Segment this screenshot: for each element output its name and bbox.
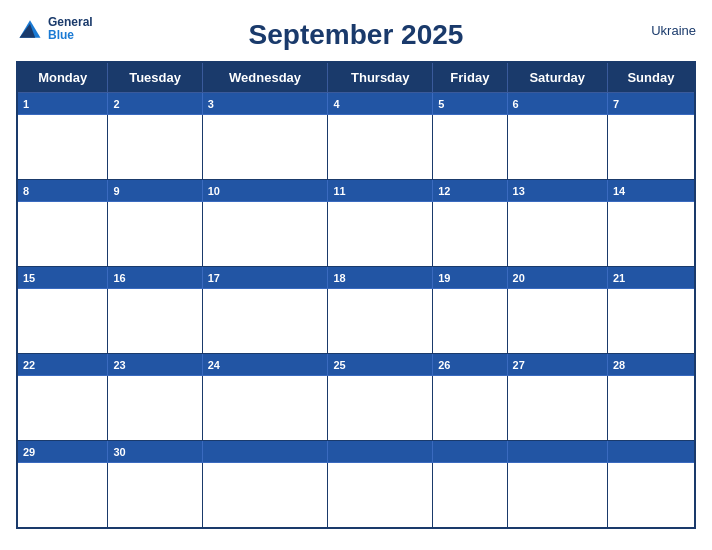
week-num-row-2: 891011121314 bbox=[17, 180, 695, 202]
day-number-w3-d4: 18 bbox=[328, 267, 433, 289]
day-number-w5-d2: 30 bbox=[108, 441, 202, 463]
day-number-w1-d7: 7 bbox=[607, 93, 695, 115]
day-number-w3-d5: 19 bbox=[433, 267, 507, 289]
day-cell-w5-d3 bbox=[202, 463, 328, 528]
day-cell-w3-d3 bbox=[202, 289, 328, 354]
country-label: Ukraine bbox=[651, 23, 696, 38]
day-cell-w1-d2 bbox=[108, 115, 202, 180]
calendar-title: September 2025 bbox=[249, 19, 464, 51]
week-content-row-5 bbox=[17, 463, 695, 528]
day-cell-w4-d3 bbox=[202, 376, 328, 441]
th-friday: Friday bbox=[433, 62, 507, 93]
calendar-header: General Blue September 2025 Ukraine bbox=[16, 15, 696, 55]
day-number-w1-d6: 6 bbox=[507, 93, 607, 115]
day-cell-w2-d1 bbox=[17, 202, 108, 267]
calendar-wrapper: General Blue September 2025 Ukraine Mond… bbox=[0, 5, 712, 545]
day-number-w1-d5: 5 bbox=[433, 93, 507, 115]
day-cell-w4-d5 bbox=[433, 376, 507, 441]
day-cell-w4-d6 bbox=[507, 376, 607, 441]
day-cell-w5-d7 bbox=[607, 463, 695, 528]
day-number-w3-d6: 20 bbox=[507, 267, 607, 289]
day-number-w4-d3: 24 bbox=[202, 354, 328, 376]
day-number-w2-d6: 13 bbox=[507, 180, 607, 202]
day-cell-w2-d5 bbox=[433, 202, 507, 267]
th-tuesday: Tuesday bbox=[108, 62, 202, 93]
day-number-w4-d6: 27 bbox=[507, 354, 607, 376]
day-number-w4-d1: 22 bbox=[17, 354, 108, 376]
th-saturday: Saturday bbox=[507, 62, 607, 93]
day-cell-w3-d2 bbox=[108, 289, 202, 354]
calendar-body: 1234567891011121314151617181920212223242… bbox=[17, 93, 695, 528]
day-cell-w1-d3 bbox=[202, 115, 328, 180]
day-number-w3-d1: 15 bbox=[17, 267, 108, 289]
day-number-w2-d5: 12 bbox=[433, 180, 507, 202]
day-number-w3-d3: 17 bbox=[202, 267, 328, 289]
th-wednesday: Wednesday bbox=[202, 62, 328, 93]
day-cell-w1-d4 bbox=[328, 115, 433, 180]
week-content-row-2 bbox=[17, 202, 695, 267]
day-number-w4-d5: 26 bbox=[433, 354, 507, 376]
day-cell-w2-d6 bbox=[507, 202, 607, 267]
day-number-w5-d4 bbox=[328, 441, 433, 463]
day-number-w3-d7: 21 bbox=[607, 267, 695, 289]
day-cell-w4-d7 bbox=[607, 376, 695, 441]
th-thursday: Thursday bbox=[328, 62, 433, 93]
day-cell-w3-d6 bbox=[507, 289, 607, 354]
week-num-row-5: 2930 bbox=[17, 441, 695, 463]
day-cell-w4-d2 bbox=[108, 376, 202, 441]
day-cell-w5-d4 bbox=[328, 463, 433, 528]
day-cell-w5-d6 bbox=[507, 463, 607, 528]
day-cell-w2-d2 bbox=[108, 202, 202, 267]
day-cell-w1-d5 bbox=[433, 115, 507, 180]
day-number-w1-d2: 2 bbox=[108, 93, 202, 115]
day-number-w5-d1: 29 bbox=[17, 441, 108, 463]
day-number-w4-d4: 25 bbox=[328, 354, 433, 376]
day-number-w2-d2: 9 bbox=[108, 180, 202, 202]
day-number-w5-d7 bbox=[607, 441, 695, 463]
th-sunday: Sunday bbox=[607, 62, 695, 93]
weekday-header-row: Monday Tuesday Wednesday Thursday Friday… bbox=[17, 62, 695, 93]
day-cell-w1-d1 bbox=[17, 115, 108, 180]
day-number-w1-d4: 4 bbox=[328, 93, 433, 115]
day-cell-w2-d3 bbox=[202, 202, 328, 267]
logo-text: General Blue bbox=[48, 16, 93, 42]
day-cell-w4-d1 bbox=[17, 376, 108, 441]
day-number-w2-d4: 11 bbox=[328, 180, 433, 202]
logo-blue-text: Blue bbox=[48, 29, 93, 42]
week-content-row-3 bbox=[17, 289, 695, 354]
logo-area: General Blue bbox=[16, 15, 93, 43]
day-number-w4-d2: 23 bbox=[108, 354, 202, 376]
week-num-row-4: 22232425262728 bbox=[17, 354, 695, 376]
day-cell-w3-d1 bbox=[17, 289, 108, 354]
week-content-row-1 bbox=[17, 115, 695, 180]
day-cell-w2-d4 bbox=[328, 202, 433, 267]
day-number-w5-d3 bbox=[202, 441, 328, 463]
logo-icon bbox=[16, 15, 44, 43]
day-number-w2-d7: 14 bbox=[607, 180, 695, 202]
day-number-w4-d7: 28 bbox=[607, 354, 695, 376]
day-number-w5-d5 bbox=[433, 441, 507, 463]
day-number-w5-d6 bbox=[507, 441, 607, 463]
day-number-w1-d3: 3 bbox=[202, 93, 328, 115]
day-cell-w4-d4 bbox=[328, 376, 433, 441]
day-number-w1-d1: 1 bbox=[17, 93, 108, 115]
day-number-w3-d2: 16 bbox=[108, 267, 202, 289]
week-num-row-1: 1234567 bbox=[17, 93, 695, 115]
day-number-w2-d1: 8 bbox=[17, 180, 108, 202]
th-monday: Monday bbox=[17, 62, 108, 93]
day-cell-w1-d6 bbox=[507, 115, 607, 180]
day-cell-w1-d7 bbox=[607, 115, 695, 180]
day-cell-w5-d2 bbox=[108, 463, 202, 528]
day-cell-w5-d1 bbox=[17, 463, 108, 528]
day-cell-w5-d5 bbox=[433, 463, 507, 528]
day-cell-w3-d5 bbox=[433, 289, 507, 354]
day-cell-w3-d7 bbox=[607, 289, 695, 354]
week-content-row-4 bbox=[17, 376, 695, 441]
day-number-w2-d3: 10 bbox=[202, 180, 328, 202]
day-cell-w2-d7 bbox=[607, 202, 695, 267]
day-cell-w3-d4 bbox=[328, 289, 433, 354]
calendar-grid: Monday Tuesday Wednesday Thursday Friday… bbox=[16, 61, 696, 529]
week-num-row-3: 15161718192021 bbox=[17, 267, 695, 289]
